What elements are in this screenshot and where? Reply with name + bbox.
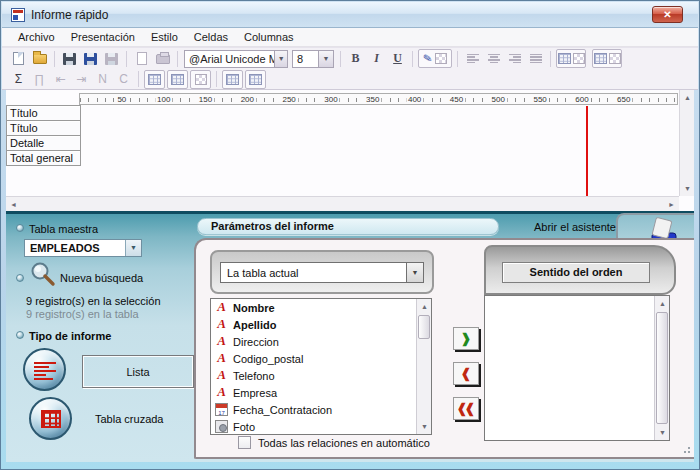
scroll-up-icon[interactable]: ▲ xyxy=(417,299,432,314)
italic-button[interactable]: I xyxy=(366,49,387,68)
align-center-icon xyxy=(488,54,500,64)
underline-icon: U xyxy=(393,51,402,66)
underline-button[interactable]: U xyxy=(387,49,408,68)
scrollbar-thumb[interactable] xyxy=(418,315,430,339)
text-color-button[interactable]: ✎ xyxy=(418,49,452,68)
ruler-tick-100: 100 xyxy=(155,94,172,105)
auto-relations-checkbox[interactable] xyxy=(238,436,251,449)
alpha-field-icon: A xyxy=(215,352,228,365)
cell-fill-button[interactable] xyxy=(592,49,622,68)
report-row-label[interactable]: Título xyxy=(6,105,81,121)
menu-item-3[interactable]: Estilo xyxy=(143,29,186,45)
insert-column-left-button[interactable] xyxy=(222,70,243,89)
order-list-scrollbar[interactable]: ▲ ▼ xyxy=(654,296,669,440)
font-family-dropdown-icon[interactable]: ▼ xyxy=(274,51,287,67)
params-title-pill: Parámetros del informe xyxy=(197,218,499,235)
order-list[interactable]: ▲ ▼ xyxy=(484,295,670,441)
new-document-button[interactable] xyxy=(8,49,29,68)
ruler-tick-350: 350 xyxy=(364,94,381,105)
report-row-label[interactable]: Detalle xyxy=(6,135,81,151)
column-pattern-button[interactable] xyxy=(190,70,211,89)
font-family-value: @Arial Unicode MS xyxy=(185,53,274,65)
align-justify-icon xyxy=(530,54,542,64)
table-select-dropdown-icon[interactable]: ▼ xyxy=(406,263,423,282)
resize-grip[interactable] xyxy=(681,444,691,454)
order-direction-button[interactable]: Sentido del orden xyxy=(502,262,650,283)
subtotal-left-button: ⇤ xyxy=(50,70,71,89)
report-row-label[interactable]: Título xyxy=(6,120,81,136)
save-button[interactable] xyxy=(59,49,80,68)
add-field-button[interactable]: ❱ xyxy=(453,327,479,350)
report-design-area[interactable]: 50100150200250300350400450500550600650 T… xyxy=(6,90,694,211)
insert-column-right-button[interactable] xyxy=(245,70,266,89)
report-horizontal-scrollbar[interactable]: ◄ ► xyxy=(6,196,679,211)
alpha-field-icon: A xyxy=(215,335,228,348)
title-bar[interactable]: Informe rápido ✕ xyxy=(2,2,698,28)
print-icon xyxy=(156,54,170,64)
scroll-down-icon[interactable]: ▼ xyxy=(680,181,695,196)
font-family-select[interactable]: @Arial Unicode MS ▼ xyxy=(184,50,288,68)
scroll-down-icon[interactable]: ▼ xyxy=(655,425,670,440)
master-table-select[interactable]: EMPLEADOS ▼ xyxy=(24,239,142,257)
report-row-label[interactable]: Total general xyxy=(6,150,81,166)
scroll-right-icon[interactable]: ► xyxy=(664,197,679,212)
selection-count: 9 registro(s) en la selección xyxy=(26,295,161,307)
field-item[interactable]: ANombre xyxy=(211,299,431,316)
quick-report-window: Informe rápido ✕ ArchivoPresentaciónEsti… xyxy=(0,0,700,470)
bottom-panel: Tabla maestra EMPLEADOS ▼ Nueva búsqueda… xyxy=(6,211,694,462)
report-row-labels: TítuloTítuloDetalleTotal general xyxy=(6,106,81,166)
field-item[interactable]: Foto xyxy=(211,418,431,435)
align-center-button xyxy=(483,49,504,68)
list-report-button[interactable] xyxy=(23,348,66,391)
remove-field-button[interactable]: ❰ xyxy=(453,362,479,385)
master-table-label: Tabla maestra xyxy=(29,223,98,235)
field-name: Foto xyxy=(233,421,255,433)
close-button[interactable]: ✕ xyxy=(652,6,683,23)
new-search-label[interactable]: Nueva búsqueda xyxy=(60,272,143,284)
magnifier-icon[interactable] xyxy=(28,261,56,287)
show-column-button[interactable] xyxy=(144,70,165,89)
menu-item-2[interactable]: Presentación xyxy=(63,29,143,45)
table-select[interactable]: La tabla actual ▼ xyxy=(220,262,424,283)
menu-item-5[interactable]: Columnas xyxy=(236,29,302,45)
field-item[interactable]: ACodigo_postal xyxy=(211,350,431,367)
cross-table-report-button[interactable] xyxy=(29,397,72,440)
field-list[interactable]: ANombreAApellidoADireccionACodigo_postal… xyxy=(210,298,432,435)
scrollbar-thumb[interactable] xyxy=(656,312,668,424)
scroll-left-icon[interactable]: ◄ xyxy=(6,197,21,212)
font-size-dropdown-icon[interactable]: ▼ xyxy=(318,51,333,67)
report-vertical-scrollbar[interactable]: ▲ ▼ xyxy=(679,90,694,196)
ruler-tick-300: 300 xyxy=(322,94,339,105)
bullet-icon xyxy=(16,274,24,282)
remove-all-fields-button[interactable]: ❰❰ xyxy=(453,397,479,420)
field-item[interactable]: AEmpresa xyxy=(211,384,431,401)
master-table-dropdown-icon[interactable]: ▼ xyxy=(125,240,141,256)
scroll-down-icon[interactable]: ▼ xyxy=(417,419,432,434)
ruler-tick-650: 650 xyxy=(615,94,632,105)
field-item[interactable]: ADireccion xyxy=(211,333,431,350)
font-size-select[interactable]: 8 ▼ xyxy=(292,50,334,68)
field-list-scrollbar[interactable]: ▲ ▼ xyxy=(416,299,431,434)
open-button[interactable] xyxy=(29,49,50,68)
scroll-up-icon[interactable]: ▲ xyxy=(680,90,695,105)
column-grid-icon xyxy=(148,74,161,85)
field-item[interactable]: 17Fecha_Contratacion xyxy=(211,401,431,418)
list-report-selected-frame[interactable]: Lista xyxy=(82,355,194,388)
field-item[interactable]: AApellido xyxy=(211,316,431,333)
column-rows-button[interactable] xyxy=(167,70,188,89)
field-name: Codigo_postal xyxy=(233,353,303,365)
window-title: Informe rápido xyxy=(31,8,108,22)
save-as-button[interactable] xyxy=(80,49,101,68)
scroll-up-icon[interactable]: ▲ xyxy=(655,296,670,311)
pattern-grid-icon xyxy=(195,74,207,85)
ruler-tick-250: 250 xyxy=(280,94,297,105)
bold-button[interactable]: B xyxy=(345,49,366,68)
menu-item-1[interactable]: Archivo xyxy=(10,29,63,45)
revert-icon xyxy=(105,53,118,65)
params-container: La tabla actual ▼ ANombreAApellidoADirec… xyxy=(194,238,694,459)
sum-button[interactable]: Σ xyxy=(8,70,29,89)
field-item[interactable]: ATelefono xyxy=(211,367,431,384)
menu-item-4[interactable]: Celdas xyxy=(186,29,236,45)
cell-borders-button[interactable] xyxy=(556,49,586,68)
open-assistant-label[interactable]: Abrir el asistente xyxy=(534,221,616,233)
